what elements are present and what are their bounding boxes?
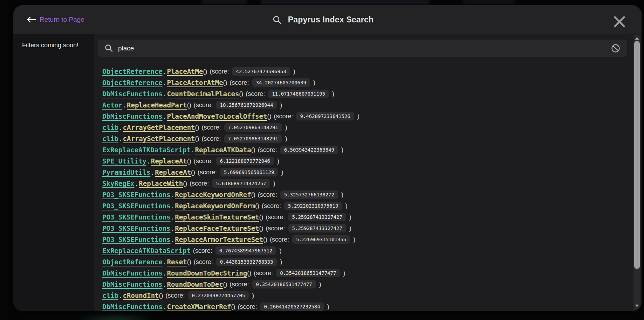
result-score-badge: 5.292202310375619: [284, 202, 342, 210]
result-member-link[interactable]: PlaceActorAtMe: [167, 79, 223, 86]
score-close-paren: ): [313, 79, 315, 86]
score-close-paren: ): [332, 90, 334, 98]
result-member-link[interactable]: RoundDownToDecString: [167, 269, 247, 277]
result-member-link[interactable]: cArraySetPlacement: [123, 135, 195, 142]
return-to-page-label: Return to Page: [40, 16, 84, 23]
score-label: (score:: [190, 180, 209, 187]
result-dot-separator: .: [119, 135, 123, 142]
result-object-link[interactable]: PO3_SKSEFunctions: [102, 213, 170, 221]
result-object-link[interactable]: PO3_SKSEFunctions: [102, 224, 170, 232]
result-object-link[interactable]: SkyRegEx: [102, 180, 135, 187]
result-member-link[interactable]: cRoundInt: [123, 292, 159, 299]
result-dot-separator: .: [119, 292, 123, 299]
result-object-link[interactable]: PO3_SKSEFunctions: [102, 236, 170, 243]
result-parens: (): [223, 79, 227, 86]
result-score-badge: 0.2720438774457705: [188, 291, 249, 300]
clear-search-button[interactable]: [610, 43, 621, 54]
result-object-link[interactable]: ObjectReference: [102, 258, 163, 266]
result-object-link[interactable]: clib: [102, 135, 118, 142]
score-label: (score:: [238, 303, 257, 311]
result-object-link[interactable]: clib: [102, 292, 118, 299]
score-close-paren: ): [349, 214, 351, 221]
score-close-paren: ): [280, 102, 282, 109]
modal-title-wrap: Papyrus Index Search: [272, 15, 374, 25]
filters-sidebar: Filters coming soon!: [13, 34, 94, 311]
result-member-link[interactable]: cArrayGetPlacement: [123, 124, 195, 131]
scroll-up-button[interactable]: [633, 35, 640, 41]
background-page-hint: [261, 0, 429, 5]
result-score-badge: 10.256761672926944: [216, 101, 277, 109]
result-object-link[interactable]: PO3_SKSEFunctions: [102, 191, 170, 199]
result-member-link[interactable]: ReplaceSkinTextureSet: [175, 213, 259, 221]
result-dot-separator: .: [163, 270, 167, 277]
result-dot-separator: .: [119, 124, 123, 131]
score-close-paren: ): [285, 124, 287, 131]
result-object-link[interactable]: PO3_SKSEFunctions: [102, 202, 170, 210]
result-object-link[interactable]: ExReplaceATKDataScript: [102, 247, 191, 255]
result-member-link[interactable]: ReplaceFaceTextureSet: [175, 224, 259, 232]
result-member-link[interactable]: ReplaceArmorTextureSet: [175, 236, 263, 243]
result-member-link[interactable]: PlaceAtMe: [167, 68, 203, 75]
result-object-link[interactable]: ExReplaceATKDataScript: [102, 146, 191, 154]
search-icon: [272, 15, 282, 25]
result-parens: (): [259, 225, 263, 232]
score-label: (score:: [274, 113, 293, 120]
result-object-link[interactable]: ObjectReference: [102, 68, 163, 75]
result-member-link[interactable]: ReplaceKeywordOnForm: [175, 202, 255, 210]
result-dot-separator: .: [163, 68, 167, 75]
result-dot-separator: .: [163, 281, 167, 288]
score-close-paren: ): [357, 113, 359, 120]
result-score-badge: 42.52767473596953: [232, 67, 290, 76]
result-member-link[interactable]: PlaceAndMoveToLocalOffset: [167, 112, 267, 120]
page-title: Papyrus Index Search: [288, 15, 374, 25]
result-dot-separator: .: [147, 158, 151, 165]
result-row: PO3_SKSEFunctions . ReplaceKeywordOnForm…: [102, 200, 642, 211]
result-object-link[interactable]: DbMiscFunctions: [102, 303, 163, 311]
score-label: (score:: [198, 169, 217, 176]
result-score-badge: 5.325732766138272: [280, 190, 338, 199]
result-score-badge: 9.462897233041526: [296, 112, 354, 120]
result-object-link[interactable]: ObjectReference: [102, 79, 163, 86]
search-input[interactable]: [118, 44, 610, 52]
result-member-link[interactable]: ReplaceKeywordOnRef: [175, 191, 251, 199]
score-label: (score:: [194, 158, 213, 165]
result-object-link[interactable]: Actor: [102, 101, 122, 109]
return-to-page-link[interactable]: Return to Page: [26, 5, 84, 34]
result-member-link[interactable]: ReplaceAt: [151, 157, 187, 165]
ban-icon: [611, 43, 621, 53]
result-member-link[interactable]: ReplaceATKData: [195, 146, 251, 154]
close-button[interactable]: [611, 14, 628, 30]
result-member-link[interactable]: ReplaceWith: [139, 180, 183, 187]
result-object-link[interactable]: DbMiscFunctions: [102, 280, 163, 288]
result-score-badge: 6.503943422363849: [280, 146, 338, 154]
result-object-link[interactable]: PyramidUtils: [102, 168, 150, 176]
result-dot-separator: .: [171, 202, 174, 210]
result-member-link[interactable]: ReplaceAt: [155, 168, 191, 176]
result-parens: (): [231, 303, 235, 311]
result-row: PO3_SKSEFunctions . ReplaceKeywordOnRef …: [102, 189, 642, 200]
result-row: ExReplaceATKDataScript . ReplaceATKData …: [102, 144, 642, 155]
score-label: (score:: [202, 124, 221, 131]
result-object-link[interactable]: SPE_Utility: [102, 157, 146, 165]
scroll-down-button[interactable]: [633, 302, 640, 309]
result-object-link[interactable]: DbMiscFunctions: [102, 269, 163, 277]
result-row: PO3_SKSEFunctions . ReplaceSkinTextureSe…: [102, 211, 642, 223]
score-close-paren: ): [277, 158, 279, 165]
results-scrollbar[interactable]: [633, 35, 640, 311]
result-object-link[interactable]: clib: [102, 124, 118, 131]
result-member-link[interactable]: CountDecimalPlaces: [167, 90, 239, 98]
result-member-link[interactable]: RoundDownToDec: [167, 280, 223, 288]
result-object-link[interactable]: DbMiscFunctions: [102, 90, 163, 98]
result-score-badge: 0.7674389947967512: [215, 246, 276, 255]
result-row: SPE_Utility . ReplaceAt () (score: 6.122…: [102, 155, 642, 167]
result-score-badge: 34.20274605700639: [252, 78, 310, 87]
result-parens: (): [195, 135, 199, 142]
scrollbar-thumb[interactable]: [634, 41, 640, 269]
result-member-link[interactable]: ReplaceHeadPart: [127, 101, 187, 109]
result-member-link[interactable]: CreateXMarkerRef: [167, 303, 231, 311]
result-score-badge: 0.4438153332768333: [216, 258, 277, 266]
result-object-link[interactable]: DbMiscFunctions: [102, 112, 163, 120]
modal-header: Return to Page Papyrus Index Search: [13, 5, 642, 34]
close-icon: [612, 14, 627, 29]
result-member-link[interactable]: Reset: [167, 258, 187, 266]
